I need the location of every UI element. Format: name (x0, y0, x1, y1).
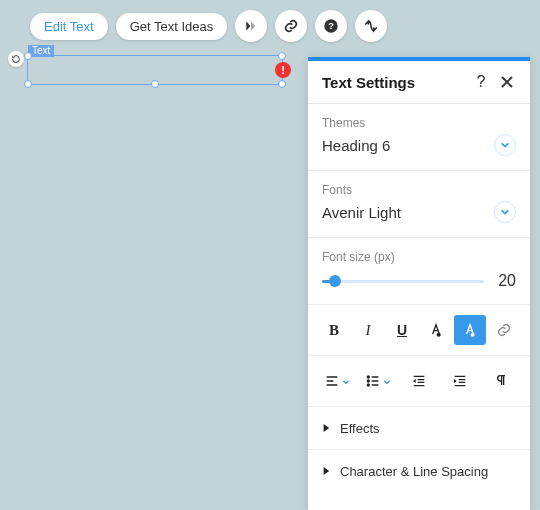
animation-icon[interactable] (235, 10, 267, 42)
help-icon[interactable]: ? (315, 10, 347, 42)
text-direction-button[interactable] (481, 366, 520, 396)
selected-text-element[interactable]: Text ! (27, 55, 283, 85)
indent-increase-button[interactable] (440, 366, 479, 396)
resize-handle-tl[interactable] (24, 52, 32, 60)
triangle-right-icon (322, 419, 330, 437)
edit-text-button[interactable]: Edit Text (30, 13, 108, 40)
spacing-expander[interactable]: Character & Line Spacing (308, 450, 530, 492)
panel-close-button[interactable] (498, 73, 516, 91)
list-button[interactable] (359, 366, 398, 396)
resize-handle-b[interactable] (151, 80, 159, 88)
reset-rotation-handle[interactable] (8, 51, 24, 67)
text-settings-panel: Text Settings ? Themes Heading 6 Fonts A… (308, 57, 530, 510)
effects-label: Effects (340, 421, 380, 436)
chevron-down-icon (383, 372, 391, 390)
text-color-button[interactable] (420, 315, 452, 345)
error-badge-icon[interactable]: ! (275, 62, 291, 78)
link-icon[interactable] (275, 10, 307, 42)
panel-body: Themes Heading 6 Fonts Avenir Light Font… (308, 104, 530, 510)
fonts-label: Fonts (322, 183, 516, 197)
resize-handle-br[interactable] (278, 80, 286, 88)
fonts-value[interactable]: Avenir Light (322, 204, 494, 221)
align-button[interactable] (318, 366, 357, 396)
context-toolbar: Edit Text Get Text Ideas ? (30, 10, 387, 42)
get-text-ideas-button[interactable]: Get Text Ideas (116, 13, 228, 40)
fonts-section: Fonts Avenir Light (308, 171, 530, 238)
fontsize-value[interactable]: 20 (494, 272, 516, 290)
themes-value[interactable]: Heading 6 (322, 137, 494, 154)
svg-point-4 (368, 384, 370, 386)
highlight-color-button[interactable] (454, 315, 486, 345)
slider-track (322, 280, 484, 283)
format-row-2 (308, 356, 530, 407)
svg-point-2 (368, 376, 370, 378)
themes-section: Themes Heading 6 (308, 104, 530, 171)
indent-decrease-button[interactable] (400, 366, 439, 396)
spacing-label: Character & Line Spacing (340, 464, 488, 479)
bold-button[interactable]: B (318, 315, 350, 345)
resize-handle-bl[interactable] (24, 80, 32, 88)
triangle-right-icon (322, 462, 330, 480)
fontsize-section: Font size (px) 20 (308, 238, 530, 305)
themes-expand-button[interactable] (494, 134, 516, 156)
italic-button[interactable]: I (352, 315, 384, 345)
slider-thumb[interactable] (329, 275, 341, 287)
fontsize-slider[interactable] (322, 273, 484, 289)
stretch-icon[interactable] (355, 10, 387, 42)
svg-text:?: ? (328, 21, 334, 31)
panel-help-button[interactable]: ? (472, 73, 490, 91)
themes-label: Themes (322, 116, 516, 130)
resize-handle-tr[interactable] (278, 52, 286, 60)
format-row-1: B I U (308, 305, 530, 356)
panel-title: Text Settings (322, 74, 464, 91)
panel-header: Text Settings ? (308, 61, 530, 104)
fonts-expand-button[interactable] (494, 201, 516, 223)
underline-button[interactable]: U (386, 315, 418, 345)
effects-expander[interactable]: Effects (308, 407, 530, 450)
fontsize-label: Font size (px) (322, 250, 516, 264)
text-link-button[interactable] (488, 315, 520, 345)
svg-point-3 (368, 380, 370, 382)
chevron-down-icon (342, 372, 350, 390)
